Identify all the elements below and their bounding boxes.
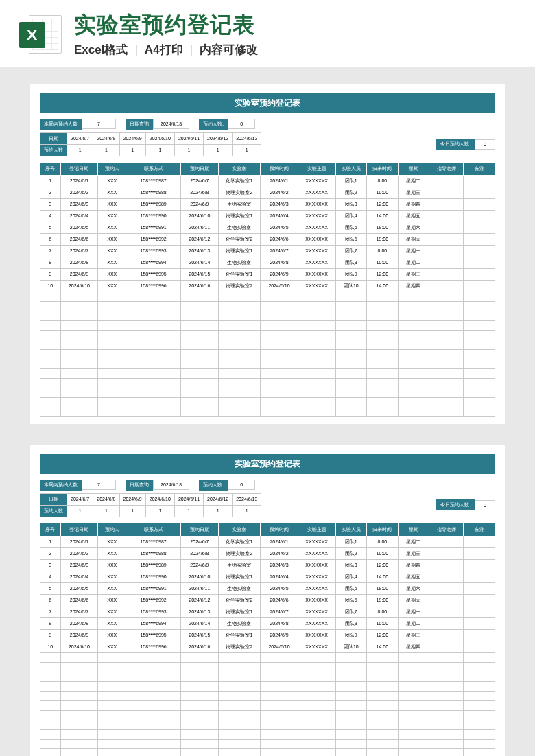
table-cell-empty[interactable] (367, 397, 399, 407)
table-cell[interactable]: XXX (98, 187, 126, 198)
table-cell-empty[interactable] (335, 691, 367, 700)
table-cell[interactable]: XXXXXXX (298, 233, 335, 245)
table-cell-empty[interactable] (429, 681, 464, 691)
table-cell-empty[interactable] (398, 691, 429, 700)
table-cell-empty[interactable] (60, 681, 98, 691)
table-cell-empty[interactable] (40, 330, 61, 340)
table-cell-empty[interactable] (98, 330, 126, 340)
table-cell[interactable]: 2024/6/9 (60, 629, 98, 641)
table-cell-empty[interactable] (429, 739, 464, 748)
table-cell[interactable]: XXXXXXX (298, 187, 335, 198)
table-cell[interactable]: 星期六 (398, 222, 429, 233)
table-cell[interactable]: 2024/6/9 (261, 629, 298, 641)
table-cell[interactable]: 2024/6/7 (181, 175, 219, 187)
table-cell-empty[interactable] (126, 662, 181, 672)
table-cell[interactable]: XXXXXXX (298, 245, 335, 257)
table-cell[interactable]: 团队4 (335, 571, 367, 582)
table-cell-empty[interactable] (464, 301, 495, 311)
table-cell[interactable] (429, 594, 464, 606)
table-cell-empty[interactable] (261, 388, 298, 397)
table-cell[interactable]: 团队2 (335, 187, 367, 198)
table-cell[interactable] (464, 582, 495, 594)
table-cell-empty[interactable] (429, 397, 464, 407)
table-cell-empty[interactable] (40, 397, 61, 407)
table-cell[interactable]: 2024/6/3 (60, 559, 98, 571)
table-cell-empty[interactable] (60, 739, 98, 748)
table-cell-empty[interactable] (218, 720, 261, 729)
table-cell[interactable]: 2024/6/6 (60, 594, 98, 606)
table-cell-empty[interactable] (261, 397, 298, 407)
table-cell-empty[interactable] (218, 662, 261, 672)
table-cell[interactable] (429, 559, 464, 571)
table-cell[interactable]: 158****6992 (126, 594, 181, 606)
table-cell[interactable]: XXXXXXX (298, 210, 335, 222)
table-cell-empty[interactable] (398, 662, 429, 672)
table-cell[interactable] (429, 210, 464, 222)
table-cell-empty[interactable] (464, 320, 495, 330)
table-cell[interactable]: 10 (40, 641, 61, 652)
table-cell[interactable]: 10:00 (367, 617, 399, 629)
table-cell[interactable]: 2024/6/7 (60, 606, 98, 617)
table-cell-empty[interactable] (126, 652, 181, 662)
table-cell-empty[interactable] (398, 378, 429, 388)
table-cell-empty[interactable] (335, 292, 367, 301)
table-cell[interactable]: 2024/6/5 (60, 582, 98, 594)
table-cell[interactable]: 2024/6/3 (261, 559, 298, 571)
table-cell[interactable]: XXXXXXX (298, 547, 335, 559)
table-cell[interactable]: 2024/6/6 (60, 233, 98, 245)
table-cell[interactable]: 生物实验室 (218, 617, 261, 629)
table-cell-empty[interactable] (126, 349, 181, 359)
table-cell-empty[interactable] (429, 407, 464, 416)
table-cell-empty[interactable] (298, 672, 335, 681)
table-cell[interactable]: XXXXXXX (298, 641, 335, 652)
table-cell[interactable]: 158****6994 (126, 617, 181, 629)
table-cell-empty[interactable] (335, 407, 367, 416)
table-cell-empty[interactable] (464, 378, 495, 388)
table-cell-empty[interactable] (464, 739, 495, 748)
table-cell[interactable]: 12:00 (367, 198, 399, 210)
table-cell-empty[interactable] (40, 349, 61, 359)
table-cell[interactable] (464, 210, 495, 222)
table-cell[interactable]: XXX (98, 268, 126, 280)
table-cell[interactable] (429, 606, 464, 617)
table-cell-empty[interactable] (98, 349, 126, 359)
table-cell-empty[interactable] (367, 652, 399, 662)
table-cell[interactable]: 6 (40, 233, 61, 245)
table-cell[interactable]: 2024/6/1 (60, 175, 98, 187)
table-cell-empty[interactable] (429, 292, 464, 301)
table-cell-empty[interactable] (98, 691, 126, 700)
table-cell-empty[interactable] (181, 359, 219, 368)
table-cell-empty[interactable] (335, 729, 367, 739)
table-cell-empty[interactable] (218, 739, 261, 748)
table-cell[interactable]: XXXXXXX (298, 257, 335, 268)
table-cell[interactable]: 2024/6/10 (60, 641, 98, 652)
table-cell-empty[interactable] (464, 311, 495, 320)
table-cell-empty[interactable] (335, 720, 367, 729)
table-cell-empty[interactable] (181, 311, 219, 320)
table-cell[interactable]: 生物实验室 (218, 222, 261, 233)
table-cell-empty[interactable] (261, 359, 298, 368)
table-cell[interactable]: 团队3 (335, 559, 367, 571)
table-cell[interactable]: 19:00 (367, 233, 399, 245)
table-cell[interactable] (464, 222, 495, 233)
table-cell-empty[interactable] (398, 672, 429, 681)
table-cell[interactable]: 2024/6/4 (60, 571, 98, 582)
table-cell-empty[interactable] (60, 407, 98, 416)
table-cell-empty[interactable] (98, 652, 126, 662)
table-cell-empty[interactable] (429, 311, 464, 320)
table-cell[interactable]: 星期四 (398, 641, 429, 652)
table-cell-empty[interactable] (464, 340, 495, 349)
table-cell-empty[interactable] (261, 739, 298, 748)
table-cell-empty[interactable] (218, 359, 261, 368)
table-cell[interactable]: 158****6989 (126, 198, 181, 210)
table-cell-empty[interactable] (298, 301, 335, 311)
table-cell-empty[interactable] (261, 368, 298, 378)
table-cell[interactable]: 158****6987 (126, 536, 181, 547)
table-cell-empty[interactable] (367, 739, 399, 748)
table-cell[interactable]: 158****6994 (126, 257, 181, 268)
table-cell[interactable]: 158****6995 (126, 629, 181, 641)
table-cell-empty[interactable] (298, 662, 335, 672)
table-cell-empty[interactable] (218, 292, 261, 301)
table-cell[interactable]: 2024/6/10 (261, 280, 298, 292)
table-cell-empty[interactable] (298, 320, 335, 330)
